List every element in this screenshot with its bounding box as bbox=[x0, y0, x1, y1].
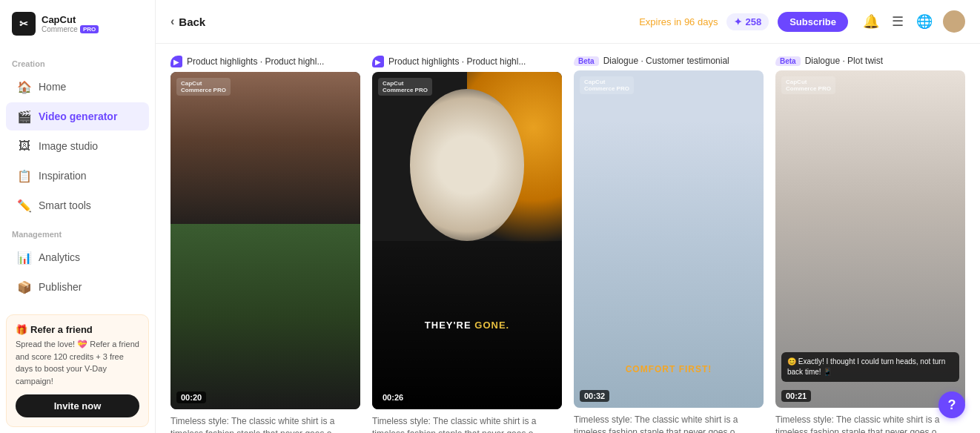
card-1-bottom-section bbox=[170, 224, 360, 409]
language-icon[interactable]: 🌐 bbox=[916, 13, 933, 30]
video-card-1[interactable]: ▶ Product highlights · Product highl... … bbox=[170, 56, 360, 433]
pro-badge: PRO bbox=[80, 25, 99, 33]
logo-main: CapCut bbox=[42, 14, 99, 26]
avatar[interactable] bbox=[943, 10, 965, 33]
main-content: ‹ Back Expires in 96 days ✦ 258 Subscrib… bbox=[156, 0, 980, 433]
topbar: ‹ Back Expires in 96 days ✦ 258 Subscrib… bbox=[156, 0, 980, 44]
card-2-thumbnail: THEY'RE GONE. CapCut Commerce PRO 00:26 bbox=[372, 72, 562, 409]
refer-card: 🎁 Refer a friend Spread the love! 💝 Refe… bbox=[6, 314, 149, 427]
card-2-header: ▶ Product highlights · Product highl... bbox=[372, 56, 562, 72]
sidebar-nav: Creation 🏠 Home 🎬 Video generator 🖼 Imag… bbox=[0, 44, 155, 308]
logo-icon: ✂ bbox=[12, 12, 36, 36]
topbar-icons: 🔔 ☰ 🌐 bbox=[863, 10, 965, 33]
card-2-bottom-section: THEY'RE GONE. bbox=[372, 241, 562, 410]
sidebar-item-image-studio[interactable]: 🖼 Image studio bbox=[6, 132, 149, 160]
card-4-watermark: CapCut Commerce PRO bbox=[781, 76, 835, 94]
image-studio-icon: 🖼 bbox=[18, 139, 31, 153]
card-3-title: Dialogue · Customer testimonial bbox=[603, 56, 729, 66]
card-1-header: ▶ Product highlights · Product highl... bbox=[170, 56, 360, 72]
analytics-icon: 📊 bbox=[18, 251, 31, 264]
card-4-title: Dialogue · Plot twist bbox=[805, 56, 883, 66]
card-1-watermark: CapCut Commerce PRO bbox=[176, 78, 231, 96]
card-2-subtitle: THEY'RE GONE. bbox=[425, 320, 509, 331]
menu-icon[interactable]: ☰ bbox=[890, 13, 906, 30]
card-2-title: Product highlights · Product highl... bbox=[388, 56, 526, 67]
watermark-line2: Commerce PRO bbox=[383, 87, 428, 93]
sidebar-item-inspiration[interactable]: 📋 Inspiration bbox=[6, 162, 149, 190]
subscribe-button[interactable]: Subscribe bbox=[778, 12, 848, 32]
sidebar-item-publisher[interactable]: 📦 Publisher bbox=[6, 273, 149, 301]
card-1-thumbnail: CapCut Commerce PRO 00:20 bbox=[170, 72, 360, 409]
card-2-desc: Timeless style: The classic white shirt … bbox=[372, 409, 562, 433]
card-3-duration: 00:32 bbox=[580, 390, 609, 402]
card-2-duration: 00:26 bbox=[378, 391, 408, 403]
creation-section-label: Creation bbox=[0, 50, 155, 71]
sidebar-item-image-studio-label: Image studio bbox=[39, 140, 98, 152]
sidebar-item-publisher-label: Publisher bbox=[39, 281, 82, 293]
card-4-subtitle: 😊 Exactly! I thought I could turn heads,… bbox=[781, 352, 959, 382]
sidebar-item-home[interactable]: 🏠 Home bbox=[6, 73, 149, 101]
refer-title: 🎁 Refer a friend bbox=[16, 324, 139, 335]
help-button[interactable]: ? bbox=[938, 391, 965, 418]
card-4-thumbnail: 😊 Exactly! I thought I could turn heads,… bbox=[775, 70, 965, 408]
card-3-thumbnail: COMFORT FIRST! CapCut Commerce PRO 00:32 bbox=[574, 70, 764, 408]
publisher-icon: 📦 bbox=[18, 280, 31, 294]
sidebar-item-smart-tools[interactable]: ✏️ Smart tools bbox=[6, 191, 149, 219]
card-2-subtitle-highlight: GONE. bbox=[474, 320, 509, 331]
card-4-beta-badge: Beta bbox=[775, 56, 801, 66]
home-icon: 🏠 bbox=[18, 80, 31, 93]
sidebar-item-video-generator[interactable]: 🎬 Video generator bbox=[6, 102, 149, 130]
back-label: Back bbox=[179, 16, 205, 28]
logo-area: ✂ CapCut Commerce PRO bbox=[0, 0, 155, 44]
refer-icon: 🎁 bbox=[16, 324, 27, 335]
card-2-type-icon: ▶ bbox=[372, 56, 384, 67]
expires-text: Expires in 96 days bbox=[639, 16, 718, 27]
watermark-line1: CapCut bbox=[383, 80, 428, 87]
watermark-line2: Commerce PRO bbox=[786, 85, 831, 92]
refer-desc: Spread the love! 💝 Refer a friend and sc… bbox=[16, 338, 139, 387]
video-card-4[interactable]: Beta Dialogue · Plot twist 😊 Exactly! I … bbox=[775, 56, 965, 433]
logo-sub: Commerce PRO bbox=[42, 25, 99, 33]
watermark-line1: CapCut bbox=[786, 79, 831, 85]
credits-count: 258 bbox=[745, 16, 761, 27]
inspiration-icon: 📋 bbox=[18, 169, 31, 182]
card-1-top-section bbox=[170, 72, 360, 241]
card-3-watermark: CapCut Commerce PRO bbox=[580, 76, 634, 94]
sidebar-item-analytics-label: Analytics bbox=[39, 251, 80, 263]
sidebar: ✂ CapCut Commerce PRO Creation 🏠 Home 🎬 … bbox=[0, 0, 156, 433]
sidebar-item-smart-tools-label: Smart tools bbox=[39, 199, 91, 211]
card-3-header: Beta Dialogue · Customer testimonial bbox=[574, 56, 764, 70]
card-1-desc: Timeless style: The classic white shirt … bbox=[170, 409, 360, 433]
sidebar-item-analytics[interactable]: 📊 Analytics bbox=[6, 243, 149, 271]
card-4-desc: Timeless style: The classic white shirt … bbox=[775, 408, 965, 433]
smart-tools-icon: ✏️ bbox=[18, 199, 31, 212]
card-2-watermark: CapCut Commerce PRO bbox=[378, 78, 432, 96]
sidebar-item-video-generator-label: Video generator bbox=[39, 110, 117, 122]
card-4-header: Beta Dialogue · Plot twist bbox=[775, 56, 965, 70]
card-1-type-icon: ▶ bbox=[170, 56, 182, 67]
watermark-line1: CapCut bbox=[181, 80, 226, 87]
invite-button[interactable]: Invite now bbox=[16, 394, 139, 417]
video-card-2[interactable]: ▶ Product highlights · Product highl... … bbox=[372, 56, 562, 433]
card-3-beta-badge: Beta bbox=[574, 56, 599, 66]
video-cards: ▶ Product highlights · Product highl... … bbox=[170, 56, 965, 433]
notification-icon[interactable]: 🔔 bbox=[863, 13, 879, 30]
card-1-title: Product highlights · Product highl... bbox=[187, 56, 324, 67]
sidebar-item-home-label: Home bbox=[39, 81, 66, 93]
card-1-duration: 00:20 bbox=[176, 391, 206, 403]
management-section-label: Management bbox=[0, 221, 155, 242]
card-3-subtitle: COMFORT FIRST! bbox=[626, 364, 712, 374]
video-card-3[interactable]: Beta Dialogue · Customer testimonial COM… bbox=[574, 56, 764, 433]
credits-icon: ✦ bbox=[734, 16, 742, 27]
card-3-desc: Timeless style: The classic white shirt … bbox=[574, 408, 764, 433]
watermark-line1: CapCut bbox=[584, 79, 629, 85]
watermark-line2: Commerce PRO bbox=[181, 87, 226, 93]
card-2-face-circle bbox=[410, 89, 524, 241]
video-generator-icon: 🎬 bbox=[18, 110, 31, 123]
back-button[interactable]: ‹ Back bbox=[170, 15, 205, 28]
video-grid: ▶ Product highlights · Product highl... … bbox=[156, 44, 980, 433]
sidebar-item-inspiration-label: Inspiration bbox=[39, 170, 87, 182]
credits-pill: ✦ 258 bbox=[726, 13, 769, 30]
watermark-line2: Commerce PRO bbox=[584, 85, 629, 92]
card-4-duration: 00:21 bbox=[781, 390, 811, 402]
